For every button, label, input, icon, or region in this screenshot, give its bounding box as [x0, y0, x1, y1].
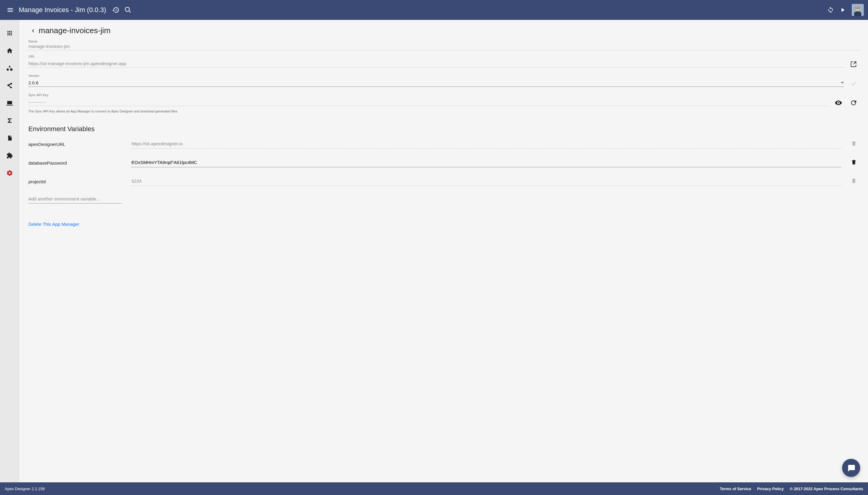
sidebar-sigma-button[interactable]	[2, 113, 17, 128]
env-row: apexDesignerURL	[28, 138, 859, 149]
hamburger-menu-button[interactable]	[4, 4, 16, 16]
hamburger-icon	[7, 6, 14, 14]
env-value-input[interactable]	[131, 141, 841, 147]
env-key: databasePassword	[28, 160, 125, 167]
env-value-input[interactable]	[131, 178, 841, 184]
svg-point-6	[838, 102, 839, 103]
trash-icon	[851, 159, 857, 165]
url-label: URL	[28, 54, 859, 58]
open-url-button[interactable]	[848, 59, 859, 70]
home-icon	[6, 47, 13, 54]
version-label: Version	[28, 74, 859, 78]
eye-icon	[835, 99, 842, 107]
sync-icon	[827, 7, 834, 13]
share-icon	[6, 82, 13, 89]
footer: Apex Designer 2.1.158 Terms of Service P…	[0, 482, 868, 495]
app-bar: Manage Invoices - Jim (0.0.3)	[0, 0, 868, 20]
env-value-input[interactable]	[131, 159, 841, 165]
version-select[interactable]: 2.0.6	[28, 80, 844, 87]
history-icon	[112, 6, 119, 14]
env-delete-button[interactable]	[849, 176, 859, 186]
sync-key-value: ***********	[28, 101, 47, 104]
sync-key-label: Sync API Key	[28, 93, 859, 97]
play-button[interactable]	[837, 4, 849, 16]
sigma-icon	[6, 117, 13, 124]
sidebar-settings-button[interactable]	[2, 166, 17, 180]
sidebar-home-button[interactable]	[2, 44, 17, 58]
version-value: 2.0.6	[28, 80, 841, 85]
settings-icon	[6, 170, 13, 176]
env-delete-button[interactable]	[849, 138, 859, 149]
sidebar-share-button[interactable]	[2, 79, 17, 93]
refresh-icon	[850, 99, 857, 106]
chat-fab[interactable]	[842, 459, 860, 477]
footer-copyright: © 2017-2022 Apex Process Consultants	[790, 487, 863, 491]
sidebar-shapes-button[interactable]	[2, 61, 17, 75]
footer-tos-link[interactable]: Terms of Service	[720, 487, 751, 491]
footer-product: Apex Designer 2.1.158	[5, 487, 45, 491]
env-section-header: Environment Variables	[28, 125, 859, 133]
search-button[interactable]	[122, 4, 134, 16]
sidebar-apps-button[interactable]	[2, 26, 17, 40]
version-confirm-button[interactable]	[848, 78, 859, 89]
url-value: https://sit-manage-invoices-jim.apexdesi…	[28, 61, 127, 66]
trash-icon	[851, 140, 857, 147]
sidebar-laptop-button[interactable]	[2, 96, 17, 110]
delete-app-manager-link[interactable]: Delete This App Manager	[28, 222, 79, 227]
extension-icon	[6, 152, 13, 159]
open-in-new-icon	[850, 61, 857, 68]
env-key: projectId	[28, 179, 125, 186]
add-env-input[interactable]	[28, 194, 122, 204]
svg-point-1	[855, 6, 860, 11]
apps-icon	[6, 30, 13, 36]
document-icon	[7, 135, 13, 141]
name-value: manage-invoices-jim	[28, 44, 70, 49]
footer-privacy-link[interactable]: Privacy Policy	[757, 487, 784, 491]
svg-rect-2	[854, 12, 861, 16]
sync-button[interactable]	[824, 4, 837, 16]
sidebar	[0, 20, 19, 482]
history-button[interactable]	[110, 4, 122, 16]
page-title: manage-invoices-jim	[39, 26, 111, 35]
laptop-icon	[6, 100, 13, 107]
check-icon	[850, 80, 857, 87]
sidebar-document-button[interactable]	[2, 131, 17, 145]
app-title: Manage Invoices - Jim (0.0.3)	[19, 6, 106, 14]
sync-key-hint: The Sync API Key allows an App Manager t…	[28, 109, 859, 113]
env-key: apexDesignerURL	[28, 142, 125, 149]
toggle-key-visibility-button[interactable]	[833, 97, 844, 108]
name-label: Name	[28, 39, 859, 43]
play-icon	[839, 7, 846, 13]
main-content: manage-invoices-jim Name manage-invoices…	[19, 20, 868, 482]
user-avatar[interactable]	[852, 4, 864, 16]
sidebar-extension-button[interactable]	[2, 148, 17, 163]
regenerate-key-button[interactable]	[848, 97, 859, 108]
env-delete-button[interactable]	[849, 157, 859, 167]
env-row: projectId	[28, 176, 859, 186]
chevron-down-icon	[841, 82, 844, 84]
search-icon	[124, 6, 132, 14]
trash-icon	[851, 178, 857, 184]
chat-icon	[847, 463, 856, 472]
env-row: databasePassword	[28, 157, 859, 167]
shapes-icon	[6, 65, 13, 71]
avatar-image	[852, 4, 864, 16]
chevron-left-icon	[30, 28, 36, 34]
back-button[interactable]	[28, 26, 37, 35]
